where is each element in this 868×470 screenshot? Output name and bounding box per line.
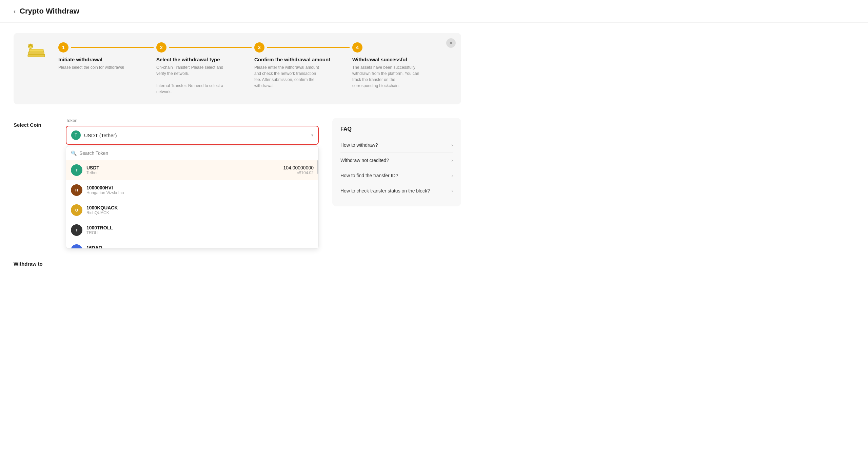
token-dropdown-panel: 🔍 TUSDTTether104.00000000≈$104.02H100000… <box>66 146 319 249</box>
search-input-wrap: 🔍 <box>71 150 314 156</box>
faq-chevron-icon: › <box>451 173 453 178</box>
step-3-number: 3 <box>254 42 264 53</box>
token-symbol: 1000000HVI <box>86 185 314 190</box>
faq-panel: FAQ How to withdraw?›Withdraw not credit… <box>332 118 461 206</box>
form-area: Select Coin Token T USDT (Tether) ▾ <box>14 118 319 275</box>
dropdown-arrow-icon: ▾ <box>311 133 313 138</box>
faq-item-0[interactable]: How to withdraw?› <box>340 138 453 153</box>
svg-rect-2 <box>29 49 43 52</box>
step-2: 2 Select the withdrawal type On-chain Tr… <box>156 42 254 95</box>
step-1-line <box>71 47 154 48</box>
faq-chevron-icon: › <box>451 142 453 148</box>
selected-token-name: USDT (Tether) <box>84 132 117 138</box>
token-list-item[interactable]: Q1000KQUACKRichQUACK <box>66 200 318 220</box>
search-icon: 🔍 <box>71 150 77 156</box>
step-2-line <box>169 47 252 48</box>
token-list: TUSDTTether104.00000000≈$104.02H1000000H… <box>66 160 318 248</box>
svg-line-10 <box>32 44 33 45</box>
step-4-number: 4 <box>352 42 362 53</box>
token-list-item[interactable]: TUSDTTether104.00000000≈$104.02 <box>66 160 318 180</box>
faq-item-1[interactable]: Withdraw not credited?› <box>340 153 453 168</box>
search-box: 🔍 <box>66 146 318 160</box>
illustration <box>24 42 48 67</box>
step-2-number: 2 <box>156 42 166 53</box>
step-2-desc: On-chain Transfer: Please select and ver… <box>156 64 224 95</box>
step-3-line <box>267 47 350 48</box>
token-usd-value: ≈$104.02 <box>283 170 314 175</box>
token-symbol: 1000KQUACK <box>86 205 314 210</box>
select-coin-label: Select Coin <box>14 118 58 128</box>
step-1-desc: Please select the coin for withdrawal <box>58 64 124 70</box>
step-2-title: Select the withdrawal type <box>156 57 220 62</box>
token-symbol: 16DAO <box>86 245 314 248</box>
faq-item-text: Withdraw not credited? <box>340 158 389 163</box>
step-1-number: 1 <box>58 42 68 53</box>
select-coin-row: Select Coin Token T USDT (Tether) ▾ <box>14 118 319 249</box>
back-button[interactable]: ‹ <box>14 8 16 15</box>
steps-panel: 1 Initiate withdrawal Please select the … <box>14 33 461 104</box>
token-fullname: TROLL <box>86 230 314 235</box>
step-1: 1 Initiate withdrawal Please select the … <box>58 42 156 70</box>
close-button[interactable]: ✕ <box>446 38 456 48</box>
svg-line-11 <box>28 44 29 45</box>
token-list-item[interactable]: T1000TROLLTROLL <box>66 220 318 240</box>
faq-title: FAQ <box>340 126 453 132</box>
page-header: ‹ Crypto Withdraw <box>0 0 868 23</box>
step-1-title: Initiate withdrawal <box>58 57 102 62</box>
faq-item-text: How to withdraw? <box>340 142 378 148</box>
withdraw-to-label: Withdraw to <box>14 257 58 267</box>
svg-line-8 <box>31 45 32 46</box>
faq-chevron-icon: › <box>451 158 453 163</box>
faq-item-text: How to check transfer status on the bloc… <box>340 188 430 193</box>
faq-item-text: How to find the transfer ID? <box>340 173 398 178</box>
form-and-faq: Select Coin Token T USDT (Tether) ▾ <box>14 118 461 275</box>
token-control-area: Token T USDT (Tether) ▾ 🔍 <box>66 118 319 249</box>
step-3-title: Confirm the withdrawal amount <box>254 57 330 62</box>
token-dropdown[interactable]: T USDT (Tether) ▾ <box>66 126 319 145</box>
page-title: Crypto Withdraw <box>20 7 79 16</box>
step-3-desc: Please enter the withdrawal amount and c… <box>254 64 322 89</box>
token-symbol: USDT <box>86 165 283 170</box>
step-4-desc: The assets have been successfully withdr… <box>352 64 420 89</box>
faq-chevron-icon: › <box>451 188 453 193</box>
faq-item-2[interactable]: How to find the transfer ID?› <box>340 168 453 183</box>
svg-line-7 <box>29 45 30 46</box>
withdraw-to-row: Withdraw to <box>14 257 319 267</box>
token-fullname: Hungarian Vizsla Inu <box>86 190 314 195</box>
step-4: 4 Withdrawal successful The assets have … <box>352 42 450 89</box>
step-4-title: Withdrawal successful <box>352 57 407 62</box>
token-fullname: Tether <box>86 170 283 175</box>
token-list-item[interactable]: 1616DAO16DAO <box>66 240 318 248</box>
main-content: 1 Initiate withdrawal Please select the … <box>0 23 475 285</box>
token-amount: 104.00000000 <box>283 165 314 170</box>
steps-container: 1 Initiate withdrawal Please select the … <box>58 42 450 95</box>
token-symbol: 1000TROLL <box>86 225 314 230</box>
faq-item-3[interactable]: How to check transfer status on the bloc… <box>340 183 453 198</box>
token-field-label: Token <box>66 118 319 123</box>
selected-token-icon: T <box>71 130 81 140</box>
step-3: 3 Confirm the withdrawal amount Please e… <box>254 42 352 89</box>
search-token-input[interactable] <box>79 150 314 156</box>
scrollbar <box>317 160 318 174</box>
token-fullname: RichQUACK <box>86 210 314 215</box>
token-list-item[interactable]: H1000000HVIHungarian Vizsla Inu <box>66 180 318 200</box>
faq-list: How to withdraw?›Withdraw not credited?›… <box>340 138 453 198</box>
